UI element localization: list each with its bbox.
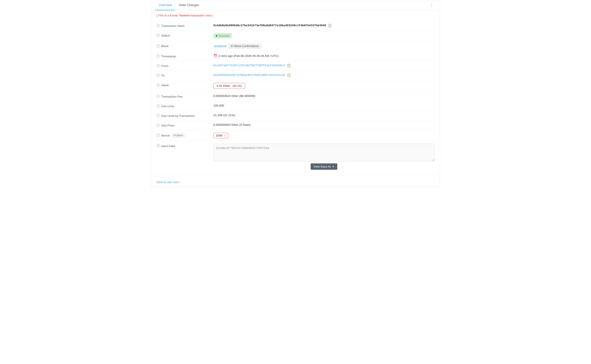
block-number-link[interactable]: 16588289 (213, 45, 227, 48)
value-tx-hash: 0x4db8e6b4096d6c27be341b73af99a8d0477e19… (213, 24, 435, 27)
more-options-button[interactable]: ⋮ (428, 2, 436, 8)
label-timestamp: ? Timestamp: (156, 54, 213, 58)
label-text-from: From: (161, 64, 169, 68)
label-gas-limit: ? Gas Limit: (156, 104, 213, 108)
row-tx-hash: ? Transaction Hash: 0x4db8e6b4096d6c27be… (156, 21, 435, 31)
label-text-status: Status: (161, 34, 170, 37)
nonce-position-value: 0 (224, 134, 226, 137)
label-text-gas-limit: Gas Limit: (161, 104, 175, 108)
label-status: ? Status: (156, 33, 213, 37)
gas-price-text: 0.000000003 Ether (3 Gwei) (213, 123, 251, 126)
notice-testnet: Testnet (179, 14, 189, 17)
value-from: 0x2267e877215fc21514bf507f30f553af2342b6… (213, 64, 435, 67)
ether-amount: 0.01 Ether (217, 84, 230, 87)
label-gas-price: ? Gas Price: (156, 123, 213, 127)
row-nonce: ? Nonce Position 2099 0 (156, 130, 435, 141)
label-text-input-data: Input Data: (161, 144, 176, 148)
usd-amount: ($0.00) (232, 84, 242, 87)
tx-hash-value: 0x4db8e6b4096d6c27be341b73af99a8d0477e19… (213, 24, 326, 27)
label-text-tx-hash: Transaction Hash: (161, 24, 185, 27)
help-icon-nonce[interactable]: ? (156, 134, 160, 137)
arrow-up-icon: ↑ (180, 181, 181, 184)
label-tx-fee: ? Transaction Fee: (156, 94, 213, 98)
input-data-area: View Input As ▼ (213, 144, 435, 170)
nonce-value: 2099 (216, 134, 222, 137)
tab-state-changes[interactable]: State Changes (175, 0, 203, 10)
help-icon-tx-hash[interactable]: ? (156, 24, 160, 27)
help-icon-to[interactable]: ? (156, 74, 160, 77)
row-from: ? From: 0x2267e877215fc21514bf507f30f553… (156, 61, 435, 71)
help-icon-input-data[interactable]: ? (156, 144, 160, 148)
value-ether: 0.01 Ether ($0.00) (213, 83, 435, 89)
help-icon-timestamp[interactable]: ? (156, 54, 160, 58)
value-gas-used: 21,208 (21.21%) (213, 114, 435, 117)
help-icon-gas-used[interactable]: ? (156, 114, 160, 117)
label-gas-used: ? Gas Used by Transaction: (156, 114, 213, 117)
help-icon-gas-limit[interactable]: ? (156, 104, 160, 108)
help-icon-value[interactable]: ? (156, 83, 160, 87)
input-data-textarea[interactable] (213, 144, 435, 161)
help-icon-block[interactable]: ? (156, 44, 160, 48)
chevron-down-icon: ▼ (332, 165, 334, 168)
value-to: 0xdd55634e1027d706a235374e01d69c2d121e1c… (213, 73, 435, 77)
status-dot (216, 35, 217, 37)
row-gas-limit: ? Gas Limit: 100,000 (156, 101, 435, 111)
click-less-text: Click to see Less (156, 181, 179, 184)
notice-suffix: transaction only ] (189, 14, 213, 17)
help-icon-tx-fee[interactable]: ? (156, 95, 160, 98)
overview-content: [ This is a Kovan Testnet transaction on… (151, 10, 440, 176)
label-text-nonce: Nonce (161, 134, 170, 137)
from-address-link[interactable]: 0x2267e877215fc21514bf507f30f553af2342b6… (213, 64, 285, 67)
label-text-timestamp: Timestamp: (161, 55, 177, 58)
value-nonce: 2099 0 (213, 133, 435, 138)
status-text: Success (219, 34, 229, 37)
notice-prefix: [ This is a Kovan (156, 14, 179, 17)
value-box: 0.01 Ether ($0.00) (213, 83, 245, 89)
tabs-header: Overview State Changes ⋮ (151, 0, 440, 10)
label-text-block: Block: (161, 44, 169, 48)
row-timestamp: ? Timestamp: ⏰ 2 mins ago (Feb-06-2020 0… (156, 52, 435, 61)
copy-icon-from[interactable]: 📋 (287, 64, 291, 67)
label-block: ? Block: (156, 44, 213, 48)
value-block: 16588289 37 Block Confirmations (213, 44, 435, 49)
row-block: ? Block: 16588289 37 Block Confirmations (156, 41, 435, 52)
help-icon-from[interactable]: ? (156, 64, 160, 68)
label-tx-hash: ? Transaction Hash: (156, 24, 213, 27)
row-value: ? Value: 0.01 Ether ($0.00) (156, 80, 435, 92)
position-badge: Position (171, 133, 186, 138)
label-text-tx-fee: Transaction Fee: (161, 95, 183, 98)
row-status: ? Status: Success (156, 31, 435, 41)
view-input-as-button[interactable]: View Input As ▼ (311, 163, 337, 170)
copy-icon-to[interactable]: 📋 (287, 73, 291, 77)
status-badge: Success (213, 33, 232, 38)
help-icon-status[interactable]: ? (156, 34, 160, 37)
label-text-gas-used: Gas Used by Transaction: (161, 114, 195, 117)
nonce-box: 2099 0 (213, 133, 228, 138)
gas-limit-text: 100,000 (213, 104, 224, 107)
label-value: ? Value: (156, 83, 213, 87)
label-nonce: ? Nonce Position (156, 133, 213, 138)
label-from: ? From: (156, 64, 213, 68)
row-gas-used: ? Gas Used by Transaction: 21,208 (21.21… (156, 111, 435, 121)
footer-row: Click to see Less ↑ (151, 176, 440, 187)
timestamp-value: ⏰ 2 mins ago (Feb-06-2020 05:26:28 AM +U… (213, 54, 279, 58)
row-to: ? To: 0xdd55634e1027d706a235374e01d69c2d… (156, 71, 435, 80)
label-text-value: Value: (161, 84, 169, 87)
value-tx-fee: 0.000063624 Ether ($0.000000) (213, 94, 435, 98)
help-icon-gas-price[interactable]: ? (156, 124, 160, 127)
click-less-link[interactable]: Click to see Less ↑ (156, 181, 435, 184)
to-address-link[interactable]: 0xdd55634e1027d706a235374e01d69c2d121e1c… (213, 73, 285, 77)
row-tx-fee: ? Transaction Fee: 0.000063624 Ether ($0… (156, 92, 435, 101)
copy-icon-tx-hash[interactable]: 📋 (328, 24, 332, 27)
label-input-data: ? Input Data: (156, 144, 213, 148)
value-timestamp: ⏰ 2 mins ago (Feb-06-2020 05:26:28 AM +U… (213, 54, 435, 58)
value-gas-limit: 100,000 (213, 104, 435, 107)
kovan-notice: [ This is a Kovan Testnet transaction on… (156, 14, 435, 17)
gas-used-text: 21,208 (21.21%) (213, 114, 235, 117)
row-gas-price: ? Gas Price: 0.000000003 Ether (3 Gwei) (156, 121, 435, 130)
row-input-data: ? Input Data: View Input As ▼ (156, 141, 435, 172)
value-gas-price: 0.000000003 Ether (3 Gwei) (213, 123, 435, 126)
tab-overview[interactable]: Overview (155, 0, 175, 10)
transaction-detail-card: Overview State Changes ⋮ [ This is a Kov… (151, 0, 440, 187)
clock-icon: ⏰ (213, 54, 217, 58)
